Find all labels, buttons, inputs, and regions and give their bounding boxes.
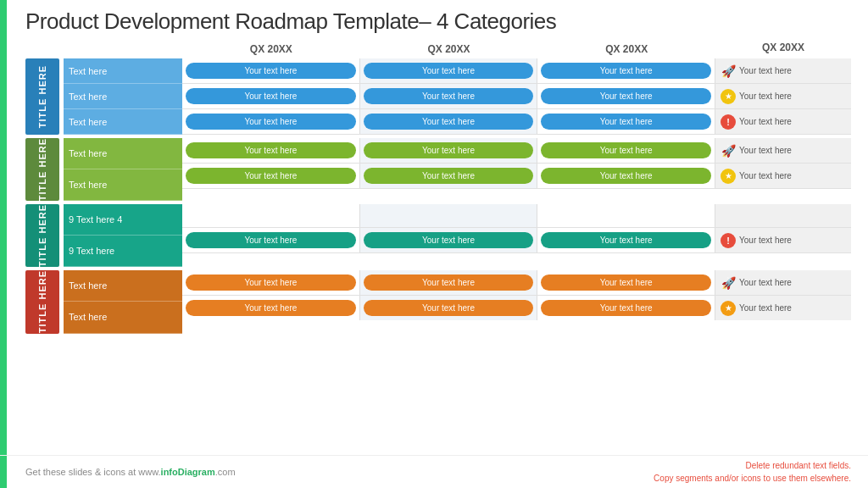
side-text-0-1: Your text here	[739, 92, 792, 101]
pill-1-0-0: Your text here	[186, 142, 356, 158]
pill-1-1-1: Your text here	[364, 168, 534, 184]
data-row-0-0: Your text hereYour text hereYour text he…	[182, 58, 851, 84]
side-text-3-1: Your text here	[739, 303, 792, 313]
quarter-cell-2-0-2	[537, 204, 715, 227]
quarter-cell-3-1-0: Your text here	[182, 296, 360, 320]
quarter-cell-0-1-1: Your text here	[360, 84, 538, 108]
pill-0-1-1: Your text here	[364, 88, 534, 104]
label-cell-1-0: Text here	[64, 138, 182, 169]
quarter-cell-1-1-2: Your text here	[537, 164, 715, 188]
quarter-cell-0-2-0: Your text here	[182, 109, 360, 134]
page: Product Development Roadmap Template– 4 …	[0, 0, 868, 488]
label-cell-3-1: Text here	[64, 302, 182, 333]
bottom-bar: Get these slides & icons at www.infoDiag…	[0, 455, 868, 488]
label-col-2: 9 Text here 49 Text here	[64, 204, 182, 267]
side-icon-rocket-3-0: 🚀	[721, 275, 736, 291]
label-cell-0-1: Text here	[64, 84, 182, 109]
page-title: Product Development Roadmap Template– 4 …	[25, 8, 851, 35]
pill-1-1-2: Your text here	[541, 168, 711, 184]
bottom-right-text: Delete redundant text fields. Copy segme…	[654, 459, 851, 485]
pill-2-1-1: Your text here	[364, 232, 534, 248]
pill-3-1-1: Your text here	[364, 300, 534, 316]
side-text-1-1: Your text here	[739, 171, 792, 180]
last-cell-0-0: 🚀Your text here	[715, 58, 851, 83]
data-row-3-1: Your text hereYour text hereYour text he…	[182, 296, 851, 320]
last-cell-1-0: 🚀Your text here	[715, 138, 851, 163]
quarter-cell-1-0-2: Your text here	[537, 138, 715, 163]
quarter-cell-3-1-2: Your text here	[537, 296, 715, 320]
pill-2-1-2: Your text here	[541, 232, 711, 248]
side-icon-star-3-1: ★	[721, 301, 736, 316]
quarter-cell-0-1-0: Your text here	[182, 84, 360, 108]
data-row-0-2: Your text hereYour text hereYour text he…	[182, 109, 851, 135]
pill-0-0-0: Your text here	[186, 63, 356, 79]
pill-0-1-0: Your text here	[186, 88, 356, 104]
category-title-3: Title Here	[25, 270, 59, 333]
last-cell-0-1: ★Your text here	[715, 84, 851, 108]
roadmap-table: QX 20XX QX 20XX QX 20XX QX 20XX Title He…	[25, 42, 851, 334]
quarter-cell-0-2-2: Your text here	[537, 109, 715, 134]
data-row-0-1: Your text hereYour text hereYour text he…	[182, 84, 851, 109]
pill-0-0-2: Your text here	[541, 63, 711, 79]
side-icon-exclaim-2-1: !	[721, 233, 736, 248]
pill-3-1-2: Your text here	[541, 300, 711, 316]
quarter-cell-2-1-0: Your text here	[182, 228, 360, 252]
label-cell-0-2: Text here	[64, 109, 182, 135]
accent-bar	[0, 0, 7, 488]
data-row-2-1: Your text hereYour text hereYour text he…	[182, 228, 851, 253]
last-cell-2-1: !Your text here	[715, 228, 851, 252]
quarter-header-3: QX 20XX	[537, 42, 715, 57]
label-cell-3-0: Text here	[64, 270, 182, 302]
data-row-1-1: Your text hereYour text hereYour text he…	[182, 164, 851, 189]
last-cell-3-0: 🚀Your text here	[715, 270, 851, 295]
quarter-header-4: QX 20XX	[715, 42, 851, 57]
quarter-cell-1-1-0: Your text here	[182, 164, 360, 188]
side-text-1-0: Your text here	[739, 146, 792, 155]
label-col-1: Text hereText here	[64, 138, 182, 201]
pill-3-1-0: Your text here	[186, 300, 356, 316]
quarter-cell-3-0-1: Your text here	[360, 270, 538, 295]
pill-0-2-2: Your text here	[541, 114, 711, 130]
quarter-cell-2-1-2: Your text here	[537, 228, 715, 252]
quarter-cell-3-1-1: Your text here	[360, 296, 538, 320]
side-text-2-1: Your text here	[739, 236, 792, 245]
category-title-1: Title Here	[25, 138, 59, 201]
bottom-left-text: Get these slides & icons at www.infoDiag…	[25, 467, 236, 477]
label-col-0: Text hereText hereText here	[64, 58, 182, 135]
label-cell-1-1: Text here	[64, 169, 182, 201]
quarter-cell-3-0-2: Your text here	[537, 270, 715, 295]
pill-2-1-0: Your text here	[186, 232, 356, 248]
quarter-cell-1-0-0: Your text here	[182, 138, 360, 163]
side-text-3-0: Your text here	[739, 278, 792, 287]
quarter-cell-2-0-1	[360, 204, 538, 227]
pill-0-1-2: Your text here	[541, 88, 711, 104]
quarter-cell-0-0-2: Your text here	[537, 58, 715, 83]
quarter-cell-0-0-0: Your text here	[182, 58, 360, 83]
label-cell-2-0: 9 Text here 4	[64, 204, 182, 236]
side-icon-rocket-0-0: 🚀	[721, 64, 736, 79]
quarter-cell-3-0-0: Your text here	[182, 270, 360, 295]
side-icon-star-1-1: ★	[721, 169, 736, 184]
categories-container: Title HereText hereText hereText hereYou…	[25, 58, 851, 334]
data-section-2: Your text hereYour text hereYour text he…	[182, 204, 851, 267]
pill-1-1-0: Your text here	[186, 168, 356, 184]
category-3: Title HereText hereText hereYour text he…	[25, 270, 851, 333]
last-cell-2-0	[715, 204, 851, 227]
pill-3-0-1: Your text here	[364, 274, 534, 291]
side-text-0-2: Your text here	[739, 117, 792, 126]
last-cell-0-2: !Your text here	[715, 109, 851, 134]
pill-0-0-1: Your text here	[364, 63, 534, 79]
last-cell-3-1: ★Your text here	[715, 296, 851, 320]
quarter-header-2: QX 20XX	[360, 42, 538, 57]
quarter-cell-1-1-1: Your text here	[360, 164, 538, 188]
quarter-cell-0-2-1: Your text here	[360, 109, 538, 134]
label-cell-0-0: Text here	[64, 58, 182, 84]
category-title-2: Title Here	[25, 204, 59, 267]
pill-0-2-1: Your text here	[364, 114, 534, 130]
label-cell-2-1: 9 Text here	[64, 236, 182, 267]
category-0: Title HereText hereText hereText hereYou…	[25, 58, 851, 135]
pill-3-0-0: Your text here	[186, 274, 356, 291]
last-cell-1-1: ★Your text here	[715, 164, 851, 188]
data-row-1-0: Your text hereYour text hereYour text he…	[182, 138, 851, 164]
pill-3-0-2: Your text here	[541, 274, 711, 291]
